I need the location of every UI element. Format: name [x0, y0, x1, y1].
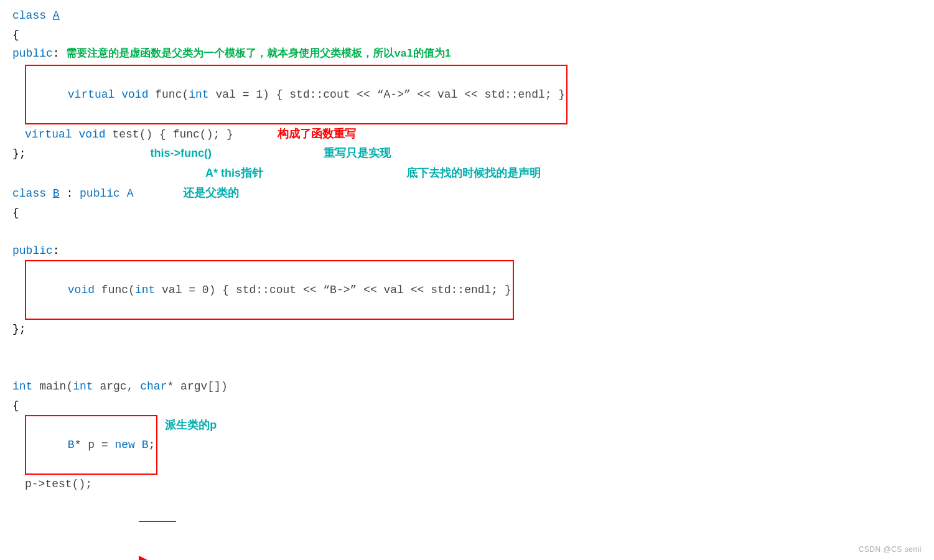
- line-func-b: void func(int val = 0) { std::cout << “B…: [25, 260, 922, 320]
- line-public-2: public:: [12, 241, 922, 261]
- line-close-brace-a: }; this->func() 重写只是实现: [12, 144, 922, 164]
- code-box-func-a: virtual void func(int val = 1) { std::co…: [25, 65, 567, 124]
- code-area: class A { public: 需要注意的是虚函数是父类为一个模板了，就本身…: [12, 6, 922, 560]
- class-name-a: A: [53, 6, 60, 26]
- line-class-a: class A: [12, 6, 922, 26]
- annotation-derived-p: 派生类的p: [165, 416, 217, 435]
- arrow-container: 是一个派生类的对象， 走派生类的func()函数: [98, 475, 251, 560]
- annotation-val-explanation: 需要注意的是虚函数是父类为一个模板了，就本身使用父类模板，所以val的值为1: [66, 45, 451, 63]
- line-empty-2: [12, 339, 922, 358]
- keyword-class: class: [12, 6, 53, 26]
- line-virtual-func-a: virtual void func(int val = 1) { std::co…: [25, 65, 922, 124]
- line-main: int main(int argc, char* argv[]): [12, 377, 922, 396]
- line-new-b: B* p = new B; 派生类的p: [25, 415, 922, 475]
- line-open-brace-main: {: [12, 396, 922, 416]
- annotation-override-impl: 重写只是实现: [324, 144, 391, 163]
- annotation-find-decl: 底下去找的时候找的是声明: [406, 164, 541, 183]
- line-virtual-test: virtual void test() { func(); } 构成了函数重写: [25, 124, 922, 144]
- arrow-head: [139, 556, 147, 560]
- code-box-func-b: void func(int val = 0) { std::cout << “B…: [25, 260, 514, 320]
- annotation-still-parent: 还是父类的: [183, 184, 239, 203]
- code-box-new-b: B* p = new B;: [25, 415, 157, 475]
- line-empty-1: [12, 222, 922, 241]
- annotation-this-func: this->func(): [151, 144, 212, 163]
- line-annotations-2: A* this指针 底下去找的时候找的是声明: [12, 164, 922, 184]
- arrow-line: [139, 521, 176, 522]
- line-open-brace-2: {: [12, 203, 922, 223]
- watermark: CSDN @CS semi: [859, 545, 922, 554]
- annotation-this-pointer: A* this指针: [205, 164, 263, 183]
- line-empty-3: [12, 358, 922, 377]
- line-open-brace-1: {: [12, 26, 922, 45]
- line-class-b: class B : public A 还是父类的: [12, 184, 922, 203]
- line-p-test: p->test(); 是一个派生类的对象， 走派生类的func()函数: [25, 475, 922, 560]
- line-public-1: public: 需要注意的是虚函数是父类为一个模板了，就本身使用父类模板，所以v…: [12, 44, 922, 63]
- annotation-override: 构成了函数重写: [278, 124, 356, 144]
- line-close-brace-b: };: [12, 320, 922, 339]
